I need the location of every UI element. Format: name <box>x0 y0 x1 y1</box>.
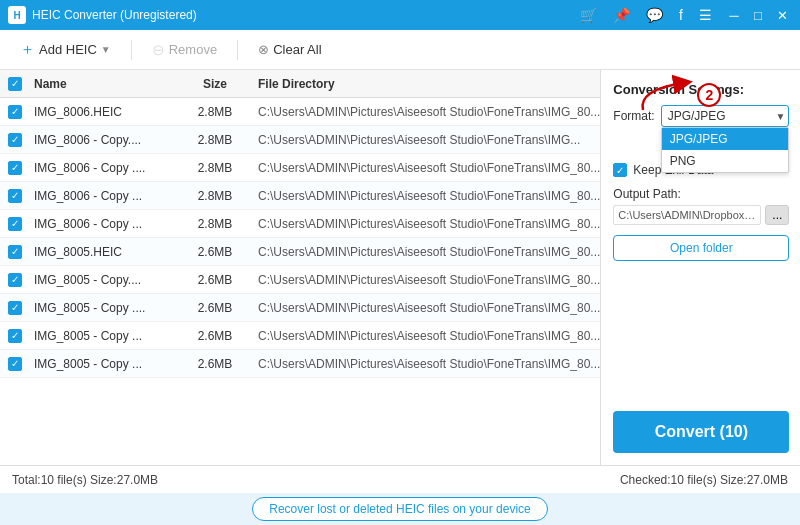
row-checkbox[interactable]: ✓ <box>0 188 30 203</box>
row-checkbox[interactable]: ✓ <box>0 300 30 315</box>
convert-button[interactable]: Convert (10) <box>613 411 789 453</box>
row-dir: C:\Users\ADMIN\Pictures\Aiseesoft Studio… <box>250 273 600 287</box>
row-dir: C:\Users\ADMIN\Pictures\Aiseesoft Studio… <box>250 189 600 203</box>
row-dir: C:\Users\ADMIN\Pictures\Aiseesoft Studio… <box>250 301 600 315</box>
bottom-bar: Recover lost or deleted HEIC files on yo… <box>0 493 800 525</box>
format-dropdown-popup[interactable]: JPG/JPEG PNG <box>661 127 790 173</box>
row-size: 2.6MB <box>180 273 250 287</box>
row-size: 2.8MB <box>180 217 250 231</box>
add-icon: ＋ <box>20 40 35 59</box>
add-label: Add HEIC <box>39 42 97 57</box>
row-name: IMG_8006 - Copy.... <box>30 133 180 147</box>
table-row[interactable]: ✓ IMG_8005 - Copy ... 2.6MB C:\Users\ADM… <box>0 350 600 378</box>
header-size: Size <box>180 77 250 91</box>
row-size: 2.6MB <box>180 301 250 315</box>
format-option-png[interactable]: PNG <box>662 150 789 172</box>
toolbar: ＋ Add HEIC ▼ ⊖ Remove ⊗ Clear All <box>0 30 800 70</box>
add-heic-button[interactable]: ＋ Add HEIC ▼ <box>12 36 119 63</box>
output-path-label: Output Path: <box>613 187 789 201</box>
row-name: IMG_8005 - Copy .... <box>30 301 180 315</box>
app-logo: H <box>8 6 26 24</box>
row-size: 2.6MB <box>180 329 250 343</box>
table-row[interactable]: ✓ IMG_8005 - Copy.... 2.6MB C:\Users\ADM… <box>0 266 600 294</box>
row-name: IMG_8005 - Copy ... <box>30 357 180 371</box>
table-row[interactable]: ✓ IMG_8005 - Copy ... 2.6MB C:\Users\ADM… <box>0 322 600 350</box>
open-folder-button[interactable]: Open folder <box>613 235 789 261</box>
close-button[interactable]: ✕ <box>772 5 792 25</box>
format-label: Format: <box>613 109 654 123</box>
row-checkbox[interactable]: ✓ <box>0 272 30 287</box>
row-dir: C:\Users\ADMIN\Pictures\Aiseesoft Studio… <box>250 161 600 175</box>
row-checkbox[interactable]: ✓ <box>0 328 30 343</box>
table-row[interactable]: ✓ IMG_8006 - Copy .... 2.8MB C:\Users\AD… <box>0 154 600 182</box>
keep-exif-checkbox[interactable]: ✓ <box>613 163 627 177</box>
title-text: HEIC Converter (Unregistered) <box>32 8 197 22</box>
status-bar: Total:10 file(s) Size:27.0MB Checked:10 … <box>0 465 800 493</box>
title-bar: H HEIC Converter (Unregistered) 🛒 📌 💬 f … <box>0 0 800 30</box>
checked-status: Checked:10 file(s) Size:27.0MB <box>620 473 788 487</box>
clear-icon: ⊗ <box>258 42 269 57</box>
row-dir: C:\Users\ADMIN\Pictures\Aiseesoft Studio… <box>250 357 600 371</box>
row-checkbox[interactable]: ✓ <box>0 216 30 231</box>
row-name: IMG_8006 - Copy ... <box>30 189 180 203</box>
row-size: 2.8MB <box>180 189 250 203</box>
menu-icon[interactable]: ☰ <box>695 5 716 25</box>
row-checkbox[interactable]: ✓ <box>0 104 30 119</box>
row-size: 2.6MB <box>180 357 250 371</box>
total-status: Total:10 file(s) Size:27.0MB <box>12 473 158 487</box>
format-select-wrapper: JPG/JPEG PNG ▼ JPG/JPEG PNG <box>661 105 790 127</box>
table-row[interactable]: ✓ IMG_8005 - Copy .... 2.6MB C:\Users\AD… <box>0 294 600 322</box>
output-path-row: C:\Users\ADMIN\Dropbox\PC\... ... <box>613 205 789 225</box>
file-list-panel: ✓ Name Size File Directory ✓ IMG_8006.HE… <box>0 70 601 465</box>
select-all-checkbox[interactable]: ✓ <box>8 77 22 91</box>
row-dir: C:\Users\ADMIN\Pictures\Aiseesoft Studio… <box>250 133 600 147</box>
toolbar-divider-1 <box>131 40 132 60</box>
row-checkbox[interactable]: ✓ <box>0 244 30 259</box>
row-checkbox[interactable]: ✓ <box>0 356 30 371</box>
table-row[interactable]: ✓ IMG_8006 - Copy ... 2.8MB C:\Users\ADM… <box>0 182 600 210</box>
row-dir: C:\Users\ADMIN\Pictures\Aiseesoft Studio… <box>250 105 600 119</box>
right-panel: Conversion Settings: Format: JPG/JPEG PN… <box>601 70 800 465</box>
row-size: 2.8MB <box>180 161 250 175</box>
output-path-text: C:\Users\ADMIN\Dropbox\PC\... <box>613 205 761 225</box>
table-row[interactable]: ✓ IMG_8006 - Copy ... 2.8MB C:\Users\ADM… <box>0 210 600 238</box>
format-option-jpg[interactable]: JPG/JPEG <box>662 128 789 150</box>
minimize-button[interactable]: ─ <box>724 5 744 25</box>
row-name: IMG_8006 - Copy .... <box>30 161 180 175</box>
remove-button[interactable]: ⊖ Remove <box>144 37 225 63</box>
toolbar-divider-2 <box>237 40 238 60</box>
header-check: ✓ <box>0 76 30 91</box>
table-row[interactable]: ✓ IMG_8006 - Copy.... 2.8MB C:\Users\ADM… <box>0 126 600 154</box>
clear-all-button[interactable]: ⊗ Clear All <box>250 38 329 61</box>
row-checkbox[interactable]: ✓ <box>0 160 30 175</box>
table-row[interactable]: ✓ IMG_8006.HEIC 2.8MB C:\Users\ADMIN\Pic… <box>0 98 600 126</box>
row-checkbox[interactable]: ✓ <box>0 132 30 147</box>
row-name: IMG_8005.HEIC <box>30 245 180 259</box>
facebook-icon[interactable]: f <box>675 5 687 25</box>
browse-button[interactable]: ... <box>765 205 789 225</box>
row-dir: C:\Users\ADMIN\Pictures\Aiseesoft Studio… <box>250 217 600 231</box>
row-size: 2.8MB <box>180 105 250 119</box>
maximize-button[interactable]: □ <box>748 5 768 25</box>
header-dir: File Directory <box>250 77 600 91</box>
conversion-settings-title: Conversion Settings: <box>613 82 789 97</box>
add-dropdown-arrow[interactable]: ▼ <box>101 44 111 55</box>
remove-label: Remove <box>169 42 217 57</box>
output-path-section: Output Path: C:\Users\ADMIN\Dropbox\PC\.… <box>613 187 789 225</box>
row-size: 2.8MB <box>180 133 250 147</box>
pin-icon[interactable]: 📌 <box>609 5 634 25</box>
header-name: Name <box>30 77 180 91</box>
format-select[interactable]: JPG/JPEG PNG <box>661 105 790 127</box>
clear-all-label: Clear All <box>273 42 321 57</box>
chat-icon[interactable]: 💬 <box>642 5 667 25</box>
row-dir: C:\Users\ADMIN\Pictures\Aiseesoft Studio… <box>250 245 600 259</box>
row-name: IMG_8005 - Copy ... <box>30 329 180 343</box>
row-name: IMG_8006 - Copy ... <box>30 217 180 231</box>
recover-button[interactable]: Recover lost or deleted HEIC files on yo… <box>252 497 547 521</box>
table-row[interactable]: ✓ IMG_8005.HEIC 2.6MB C:\Users\ADMIN\Pic… <box>0 238 600 266</box>
cart-icon[interactable]: 🛒 <box>576 5 601 25</box>
main-container: ✓ Name Size File Directory ✓ IMG_8006.HE… <box>0 70 800 465</box>
row-name: IMG_8006.HEIC <box>30 105 180 119</box>
table-header: ✓ Name Size File Directory <box>0 70 600 98</box>
row-dir: C:\Users\ADMIN\Pictures\Aiseesoft Studio… <box>250 329 600 343</box>
